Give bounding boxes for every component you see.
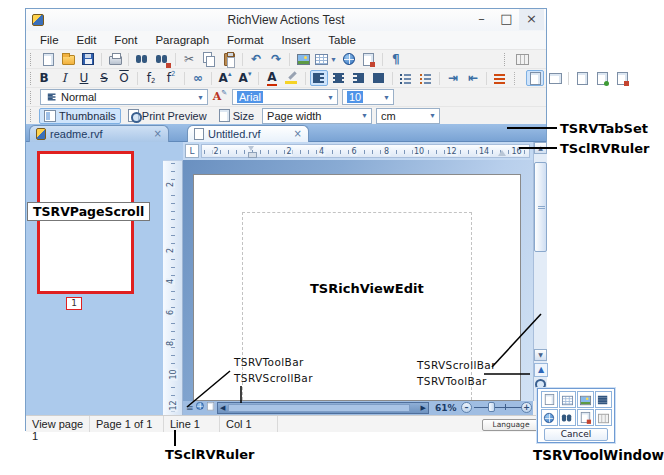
scroll-right-icon[interactable]: ▶	[421, 404, 426, 413]
zoom-slider-track[interactable]	[474, 407, 528, 408]
superscript-button[interactable]: f2	[162, 70, 180, 86]
indent-button[interactable]: ⇥	[444, 70, 462, 86]
cancel-button[interactable]: Cancel	[544, 428, 608, 441]
tab-Untitled-rvf[interactable]: Untitled.rvf×	[187, 125, 309, 142]
thumbnails-toggle-button[interactable]: Thumbnails	[39, 108, 121, 124]
landscape-page-button[interactable]	[546, 70, 564, 86]
undo-button[interactable]: ↶	[247, 51, 265, 67]
menu-font[interactable]: Font	[105, 34, 146, 46]
save-button[interactable]	[79, 51, 97, 67]
bold-button[interactable]: B	[35, 70, 53, 86]
chevron-down-icon[interactable]: ▼	[358, 112, 371, 119]
font-dialog-button[interactable]: A✎	[211, 89, 229, 105]
right-indent-marker[interactable]	[498, 146, 506, 156]
replace-button[interactable]	[153, 51, 171, 67]
toolbar-gripper[interactable]	[30, 91, 35, 104]
page-scroll-panel[interactable]: 1	[26, 142, 163, 415]
align-right-button[interactable]	[350, 70, 368, 86]
close-button[interactable]: ×	[519, 9, 544, 30]
vertical-ruler[interactable]: 224681012	[163, 160, 183, 415]
font-size-combo[interactable]: 10 ▼	[342, 89, 394, 105]
units-combo[interactable]: cm ▼	[376, 108, 440, 124]
paragraph-borders-button[interactable]	[491, 70, 509, 86]
toolwindow-search-button[interactable]	[559, 409, 576, 426]
chevron-down-icon[interactable]: ▼	[426, 112, 439, 119]
copy-button[interactable]	[200, 51, 218, 67]
underline-button[interactable]: U	[75, 70, 93, 86]
horizontal-ruler-strip[interactable]: 2246810121416	[201, 144, 530, 158]
toolwindow-insert-page-button[interactable]	[541, 391, 558, 408]
bullets-button[interactable]	[397, 70, 415, 86]
link-style-button[interactable]: ∞	[189, 70, 207, 86]
strikethrough-button[interactable]: S	[95, 70, 113, 86]
horizontal-scrollbar-thumb[interactable]	[228, 404, 410, 412]
find-button[interactable]	[133, 51, 151, 67]
chevron-down-icon[interactable]: ▼	[324, 94, 337, 101]
size-button[interactable]: Size	[214, 108, 259, 124]
scroll-down-button[interactable]: ▼	[534, 349, 547, 361]
numbering-button[interactable]	[417, 70, 435, 86]
insert-hyperlink-button[interactable]	[340, 51, 358, 67]
menu-paragraph[interactable]: Paragraph	[146, 34, 218, 46]
vertical-scrollbar-thumb[interactable]	[534, 162, 547, 252]
italic-button[interactable]: I	[55, 70, 73, 86]
font-color-button[interactable]: A	[263, 70, 281, 86]
page-thumbnail[interactable]	[37, 151, 134, 294]
scroll-up-button[interactable]: ▲	[534, 142, 547, 154]
page-up-tool-button[interactable]: ▲	[534, 363, 548, 377]
toolbar-gripper[interactable]	[30, 109, 35, 122]
maximize-button[interactable]: □	[494, 9, 519, 30]
zoom-mode-combo[interactable]: Page width ▼	[262, 108, 372, 124]
align-left-button[interactable]	[310, 70, 328, 86]
language-button[interactable]: Language	[482, 419, 540, 431]
menu-insert[interactable]: Insert	[273, 34, 320, 46]
paste-special-button[interactable]	[360, 51, 378, 67]
vertical-scrollbar[interactable]: ▲ ▼ ▲	[533, 142, 547, 401]
tab-close-icon[interactable]: ×	[154, 129, 162, 139]
zoom-slider-thumb[interactable]	[488, 402, 495, 412]
print-button[interactable]	[106, 51, 124, 67]
menu-table[interactable]: Table	[319, 34, 365, 46]
menu-file[interactable]: File	[31, 34, 68, 46]
minimize-button[interactable]: –	[469, 9, 494, 30]
paste-button[interactable]	[220, 51, 238, 67]
insert-table-button[interactable]: ▼	[314, 51, 338, 67]
outdent-button[interactable]: ⇤	[464, 70, 482, 86]
print-preview-button[interactable]: Print Preview	[123, 108, 212, 124]
portrait-page-button[interactable]	[526, 70, 544, 86]
menu-edit[interactable]: Edit	[68, 34, 106, 46]
shrink-font-button[interactable]: A▾	[236, 70, 254, 86]
toolwindow-insert-table-button[interactable]	[559, 391, 576, 408]
horizontal-scrollbar[interactable]: ◀ ▶	[217, 402, 429, 414]
toolwindow-text-button[interactable]	[595, 391, 612, 408]
toolbar-gripper[interactable]	[504, 53, 509, 66]
style-combo[interactable]: Normal ▼	[40, 89, 208, 105]
highlight-button[interactable]	[283, 70, 301, 86]
columns-button[interactable]	[513, 51, 531, 67]
paragraph-marks-button[interactable]: ¶	[387, 51, 405, 67]
indent-marker[interactable]	[248, 146, 255, 158]
align-center-button[interactable]	[330, 70, 348, 86]
view-mode-lines-icon[interactable]: ≡	[186, 402, 194, 414]
tab-close-icon[interactable]: ×	[294, 129, 302, 139]
zoom-in-button[interactable]: +	[521, 402, 532, 413]
grow-font-button[interactable]: A▴	[216, 70, 234, 86]
scroll-left-icon[interactable]: ◀	[220, 404, 225, 413]
page-new-button[interactable]	[573, 70, 591, 86]
new-document-button[interactable]	[39, 51, 57, 67]
tab-stop-selector-button[interactable]: L	[185, 144, 199, 158]
page-ok-button[interactable]	[593, 70, 611, 86]
toolbar-gripper[interactable]	[30, 53, 35, 66]
toolwindow-insert-picture-button[interactable]	[577, 391, 594, 408]
page-delete-button[interactable]	[613, 70, 631, 86]
toolwindow-hyperlink-button[interactable]	[541, 409, 558, 426]
open-button[interactable]	[59, 51, 77, 67]
tab-readme-rvf[interactable]: readme.rvf×	[29, 125, 169, 142]
font-combo[interactable]: Arial ▼	[232, 89, 338, 105]
zoom-out-button[interactable]: –	[461, 402, 472, 413]
toolbar-gripper[interactable]	[30, 72, 31, 85]
insert-picture-button[interactable]	[294, 51, 312, 67]
redo-button[interactable]: ↷	[267, 51, 285, 67]
chevron-down-icon[interactable]: ▼	[330, 56, 337, 63]
chevron-down-icon[interactable]: ▼	[380, 94, 393, 101]
